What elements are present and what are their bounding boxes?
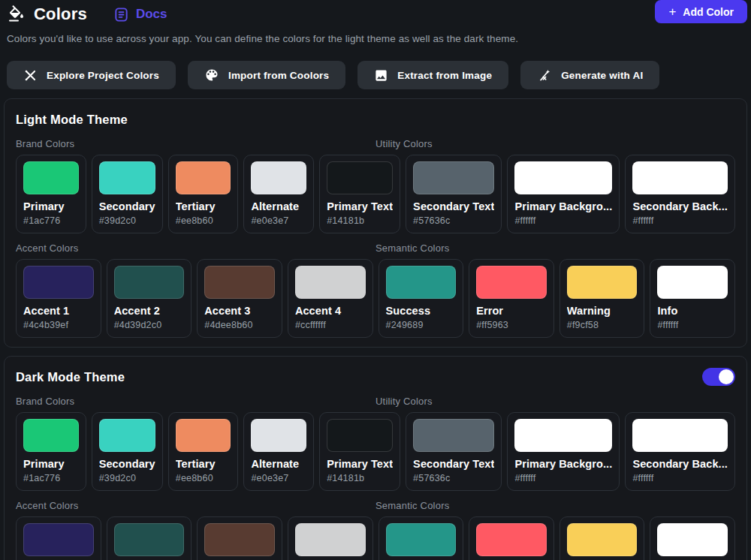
crossed-brushes-icon <box>23 68 38 83</box>
color-card[interactable]: Alternate #e0e3e7 <box>243 155 314 233</box>
color-swatch <box>251 419 306 452</box>
color-card[interactable]: Accent 4 #ccffffff <box>288 259 373 338</box>
color-hex: #e0e3e7 <box>251 473 306 483</box>
group-label: Semantic Colors <box>376 500 735 511</box>
color-card[interactable]: Accent 2 #4d39d2c0 <box>107 259 192 338</box>
color-hex: #1ac776 <box>23 473 79 483</box>
section-header: Dark Mode Theme <box>16 367 735 387</box>
color-card[interactable]: Success #249689 <box>379 259 464 338</box>
toggle-knob <box>719 369 734 384</box>
group-labels-row: Brand ColorsUtility Colors <box>16 138 735 149</box>
page-subtitle: Colors you'd like to use across your app… <box>4 26 747 44</box>
extract-from-image-button[interactable]: Extract from Image <box>357 61 508 89</box>
color-card[interactable]: Accent 4 #ccffffff <box>288 516 373 560</box>
color-name: Accent 2 <box>114 305 185 317</box>
color-card[interactable]: Info #ffffff <box>650 259 735 338</box>
color-card[interactable]: Primary Backgro... #ffffff <box>507 155 620 233</box>
color-name: Error <box>476 305 547 317</box>
color-swatch <box>23 266 94 299</box>
color-swatch <box>295 523 366 556</box>
theme-section-panel: Light Mode Theme Brand ColorsUtility Col… <box>4 98 747 348</box>
color-hex: #4dee8b60 <box>204 320 275 330</box>
color-swatch <box>657 523 728 556</box>
color-card[interactable]: Error #ff5963 <box>469 259 554 338</box>
color-card[interactable]: Error #ff5963 <box>469 516 554 560</box>
image-icon <box>374 68 388 83</box>
color-name: Primary <box>23 458 79 470</box>
colors-page: Colors Docs + Add Color Colors you'd lik… <box>0 0 751 560</box>
color-swatch <box>327 419 393 452</box>
group-label: Brand Colors <box>16 396 376 407</box>
color-swatch <box>413 161 494 194</box>
color-card[interactable]: Warning #f9cf58 <box>559 259 645 338</box>
color-card[interactable]: Accent 3 #4dee8b60 <box>197 516 282 560</box>
color-name: Info <box>657 305 728 317</box>
color-card[interactable]: Secondary Text #57636c <box>406 412 502 491</box>
color-name: Secondary <box>99 200 155 212</box>
color-hex: #ee8b60 <box>176 215 231 226</box>
section-title: Light Mode Theme <box>16 113 128 127</box>
color-name: Secondary Text <box>413 458 494 470</box>
color-card[interactable]: Primary #1ac776 <box>16 412 86 491</box>
color-hex: #ffffff <box>632 215 728 226</box>
color-card[interactable]: Alternate #e0e3e7 <box>243 412 314 491</box>
color-name: Tertiary <box>176 200 231 212</box>
group-label: Brand Colors <box>16 138 376 149</box>
dark-mode-toggle[interactable] <box>702 368 735 386</box>
color-card[interactable]: Accent 3 #4dee8b60 <box>197 259 282 338</box>
add-color-button[interactable]: + Add Color <box>655 0 747 23</box>
color-name: Success <box>386 305 457 317</box>
color-name: Primary Text <box>327 458 393 470</box>
color-card[interactable]: Accent 1 #4c4b39ef <box>16 259 101 338</box>
color-hex: #e0e3e7 <box>251 215 306 226</box>
section-rows: Brand ColorsUtility Colors Primary #1ac7… <box>16 138 735 338</box>
color-name: Accent 3 <box>204 305 275 317</box>
import-from-coolors-button[interactable]: Import from Coolors <box>188 61 345 89</box>
section-rows: Brand ColorsUtility Colors Primary #1ac7… <box>16 396 735 560</box>
color-swatch <box>476 266 547 299</box>
group-labels-row: Brand ColorsUtility Colors <box>16 396 735 407</box>
color-swatch <box>23 161 79 194</box>
explore-project-colors-button[interactable]: Explore Project Colors <box>7 61 176 89</box>
page-title: Colors <box>34 5 87 24</box>
color-name: Primary Text <box>327 200 393 212</box>
docs-link[interactable]: Docs <box>113 6 167 23</box>
color-card[interactable]: Secondary #39d2c0 <box>92 155 163 233</box>
toolbar: Explore Project Colors Import from Coolo… <box>4 44 747 89</box>
color-card[interactable]: Primary Backgro... #ffffff <box>507 412 620 491</box>
color-card[interactable]: Primary Text #14181b <box>319 155 400 233</box>
color-swatch <box>327 161 393 194</box>
color-card[interactable]: Secondary Back... #ffffff <box>625 412 735 491</box>
color-swatch <box>514 419 612 452</box>
color-cards-row: Primary #1ac776 Secondary #39d2c0 Tertia… <box>16 412 735 491</box>
color-card[interactable]: Primary Text #14181b <box>319 412 400 491</box>
color-card[interactable]: Secondary Text #57636c <box>406 155 502 233</box>
color-card[interactable]: Secondary #39d2c0 <box>92 412 163 491</box>
generate-with-ai-button[interactable]: Generate with AI <box>520 61 659 89</box>
color-card[interactable]: Accent 2 #4d39d2c0 <box>107 516 192 560</box>
color-card[interactable]: Accent 1 #4c4b39ef <box>16 516 101 560</box>
color-swatch <box>176 161 231 194</box>
color-card[interactable]: Tertiary #ee8b60 <box>168 412 239 491</box>
color-hex: #57636c <box>413 473 494 483</box>
color-card[interactable]: Info #ffffff <box>650 516 735 560</box>
color-swatch <box>204 266 275 299</box>
color-card[interactable]: Success #249689 <box>379 516 464 560</box>
color-hex: #ffffff <box>514 215 612 226</box>
color-cards-row: Primary #1ac776 Secondary #39d2c0 Tertia… <box>16 155 735 233</box>
color-swatch <box>114 266 185 299</box>
color-swatch <box>413 419 494 452</box>
color-hex: #4d39d2c0 <box>114 320 185 330</box>
color-hex: #39d2c0 <box>99 215 155 226</box>
color-swatch <box>567 523 638 556</box>
color-swatch <box>514 161 612 194</box>
color-name: Accent 1 <box>23 305 94 317</box>
color-card[interactable]: Warning #f9cf58 <box>559 516 645 560</box>
color-hex: #ffffff <box>657 320 728 330</box>
color-hex: #ffffff <box>514 473 612 483</box>
page-header: Colors Docs + Add Color <box>4 0 747 26</box>
color-card[interactable]: Tertiary #ee8b60 <box>168 155 239 233</box>
color-card[interactable]: Secondary Back... #ffffff <box>625 155 735 233</box>
color-card[interactable]: Primary #1ac776 <box>16 155 86 233</box>
color-name: Tertiary <box>176 458 231 470</box>
